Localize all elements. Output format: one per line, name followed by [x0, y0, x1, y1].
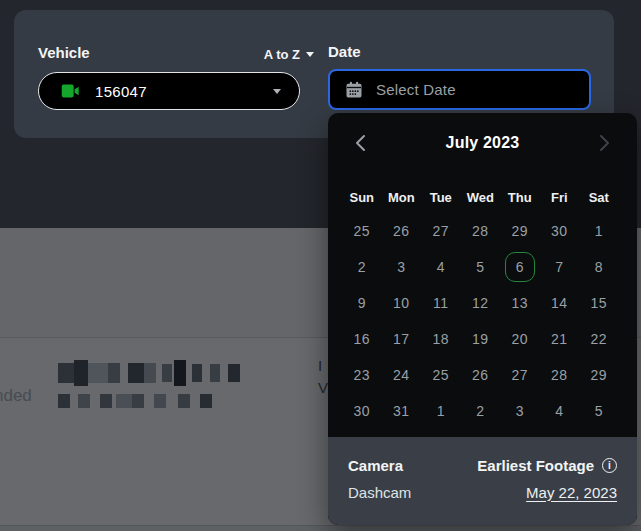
- redacted-text-block: [58, 393, 212, 409]
- weekday-label: Sun: [342, 188, 382, 206]
- calendar-day-selected[interactable]: 6: [500, 249, 540, 285]
- video-camera-icon: [59, 80, 81, 102]
- calendar-footer: Camera Earliest Footage i Dashcam May 22…: [328, 437, 637, 525]
- calendar-day[interactable]: 4: [540, 393, 580, 429]
- redacted-text-block: [58, 360, 240, 386]
- calendar-day[interactable]: 5: [461, 249, 501, 285]
- weekday-label: Sat: [579, 188, 619, 206]
- calendar-day[interactable]: 1: [579, 213, 619, 249]
- calendar-day[interactable]: 29: [579, 357, 619, 393]
- chevron-down-icon: [273, 89, 281, 94]
- calendar-day[interactable]: 3: [382, 249, 422, 285]
- calendar-day[interactable]: 24: [382, 357, 422, 393]
- vehicle-selected-value: 156047: [95, 83, 273, 100]
- camera-label: Camera: [348, 457, 403, 474]
- calendar-day[interactable]: 10: [382, 285, 422, 321]
- calendar-day[interactable]: 28: [461, 213, 501, 249]
- next-month-button[interactable]: [597, 134, 613, 152]
- weekday-label: Tue: [421, 188, 461, 206]
- calendar-day[interactable]: 12: [461, 285, 501, 321]
- calendar-day[interactable]: 2: [342, 249, 382, 285]
- calendar-day[interactable]: 31: [382, 393, 422, 429]
- calendar-day[interactable]: 18: [421, 321, 461, 357]
- date-input[interactable]: Select Date: [328, 69, 591, 110]
- date-picker-popup: July 2023 SunMonTueWedThuFriSat 25262728…: [328, 113, 637, 525]
- calendar-header: July 2023: [328, 131, 637, 155]
- calendar-day[interactable]: 9: [342, 285, 382, 321]
- table-bottom-band: [0, 525, 641, 531]
- calendar-day[interactable]: 26: [382, 213, 422, 249]
- earliest-footage-date-link[interactable]: May 22, 2023: [526, 484, 617, 501]
- info-icon[interactable]: i: [602, 458, 617, 473]
- earliest-footage-label: Earliest Footage: [477, 457, 594, 474]
- weekday-label: Wed: [461, 188, 501, 206]
- calendar-weekdays: SunMonTueWedThuFriSat: [342, 188, 619, 206]
- calendar-day[interactable]: 30: [540, 213, 580, 249]
- calendar-day[interactable]: 2: [461, 393, 501, 429]
- calendar-grid: 2526272829301234567891011121314151617181…: [342, 213, 619, 429]
- sort-label: A to Z: [264, 47, 300, 62]
- calendar-day[interactable]: 25: [421, 357, 461, 393]
- weekday-label: Mon: [382, 188, 422, 206]
- partial-text-right-2: V: [318, 379, 328, 396]
- calendar-day[interactable]: 4: [421, 249, 461, 285]
- calendar-day[interactable]: 27: [500, 357, 540, 393]
- calendar-day[interactable]: 21: [540, 321, 580, 357]
- calendar-day[interactable]: 3: [500, 393, 540, 429]
- calendar-day[interactable]: 19: [461, 321, 501, 357]
- chevron-down-icon: [306, 52, 314, 57]
- calendar-day[interactable]: 1: [421, 393, 461, 429]
- calendar-day[interactable]: 20: [500, 321, 540, 357]
- calendar-day[interactable]: 16: [342, 321, 382, 357]
- calendar-day[interactable]: 5: [579, 393, 619, 429]
- calendar-day[interactable]: 25: [342, 213, 382, 249]
- weekday-label: Fri: [540, 188, 580, 206]
- calendar-day[interactable]: 26: [461, 357, 501, 393]
- calendar-day[interactable]: 29: [500, 213, 540, 249]
- date-placeholder: Select Date: [376, 81, 456, 98]
- vehicle-select-dropdown[interactable]: 156047: [38, 72, 300, 110]
- calendar-day[interactable]: 15: [579, 285, 619, 321]
- calendar-day[interactable]: 22: [579, 321, 619, 357]
- calendar-day[interactable]: 23: [342, 357, 382, 393]
- calendar-day[interactable]: 30: [342, 393, 382, 429]
- camera-value: Dashcam: [348, 484, 411, 501]
- partial-text-right-1: I: [318, 357, 322, 374]
- calendar-day[interactable]: 28: [540, 357, 580, 393]
- calendar-day[interactable]: 27: [421, 213, 461, 249]
- calendar-day[interactable]: 8: [579, 249, 619, 285]
- vehicle-label: Vehicle: [38, 44, 90, 61]
- calendar-icon: [344, 80, 364, 100]
- calendar-day[interactable]: 7: [540, 249, 580, 285]
- calendar-day[interactable]: 13: [500, 285, 540, 321]
- calendar-day[interactable]: 17: [382, 321, 422, 357]
- weekday-label: Thu: [500, 188, 540, 206]
- sort-a-to-z-control[interactable]: A to Z: [254, 47, 314, 62]
- calendar-day[interactable]: 11: [421, 285, 461, 321]
- calendar-month-title: July 2023: [446, 134, 520, 152]
- calendar-day[interactable]: 14: [540, 285, 580, 321]
- previous-month-button[interactable]: [352, 134, 368, 152]
- partial-text-ended: nded: [0, 386, 32, 406]
- date-label: Date: [328, 43, 361, 60]
